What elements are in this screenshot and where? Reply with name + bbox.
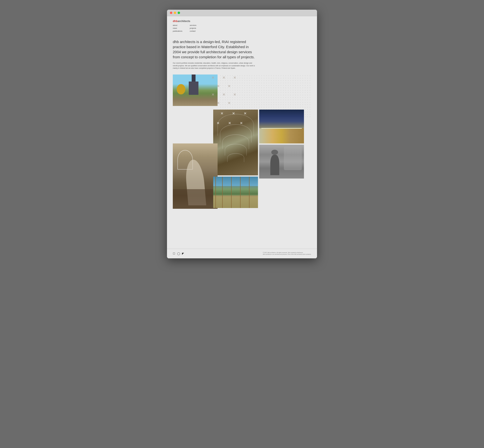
nav-projects[interactable]: projects [190, 27, 207, 30]
footer-address: dhb architects is an architectural pract… [263, 254, 311, 256]
logo-dhb: dhb [173, 20, 178, 23]
image-bruff[interactable]: Bruff House [259, 110, 304, 144]
nav-news[interactable]: news [173, 27, 190, 30]
footer-text: © 2017 dhb architects. All rights reserv… [263, 252, 311, 256]
nav-grid: about services news projects publication… [173, 24, 207, 32]
logo-architects: architects [178, 20, 190, 23]
image-glass-interior[interactable]: ✕ ✕ ✕ ✕ ✕ ✕ Waterford Health Park [213, 110, 258, 175]
browser-titlebar [167, 10, 317, 16]
traffic-light-green[interactable] [178, 12, 180, 14]
site-footer: ☐ ◯ ◤ © 2017 dhb architects. All rights … [167, 249, 317, 258]
image-about[interactable]: About [259, 145, 304, 178]
browser-content: dhbarchitects about services news projec… [167, 16, 317, 258]
facebook-icon[interactable]: ☐ [173, 252, 175, 255]
portfolio-area: Mount Melleray Abbey ✕ ✕ ✕ ✕ ✕ ✕ ✕ ✕ ✕ ✕ [173, 74, 311, 244]
traffic-light-red[interactable] [170, 12, 172, 14]
nav-about[interactable]: about [173, 24, 190, 27]
instagram-icon[interactable]: ◯ [177, 252, 180, 255]
main-content: dhb architects is a design-led, RIAI reg… [167, 34, 317, 244]
nav-services[interactable]: services [190, 24, 207, 27]
cross-3: ✕ [244, 112, 247, 115]
site-header: dhbarchitects about services news projec… [167, 16, 317, 34]
cross-6: ✕ [240, 121, 243, 125]
traffic-light-yellow[interactable] [174, 12, 176, 14]
image-baltimore[interactable]: Private House Baltimore [213, 176, 258, 208]
browser-window: dhbarchitects about services news projec… [167, 10, 317, 258]
image-pembroke[interactable]: Pembrokestown Coach House [173, 144, 218, 209]
cross-4: ✕ [217, 121, 219, 125]
nav-contact[interactable]: contact [190, 30, 207, 32]
cross-1: ✕ [220, 112, 223, 115]
nav-publications[interactable]: publications [173, 30, 190, 32]
image-abbey[interactable]: Mount Melleray Abbey [173, 74, 218, 106]
cross-2: ✕ [232, 112, 235, 115]
twitter-icon[interactable]: ◤ [182, 252, 184, 255]
cross-5: ✕ [228, 121, 231, 125]
footer-copyright: © 2017 dhb architects. All rights reserv… [263, 252, 311, 254]
sub-text: Our recent portfolio includes residentia… [173, 62, 255, 70]
site-logo: dhbarchitects [173, 20, 311, 23]
hero-text: dhb architects is a design-led, RIAI reg… [173, 39, 255, 59]
